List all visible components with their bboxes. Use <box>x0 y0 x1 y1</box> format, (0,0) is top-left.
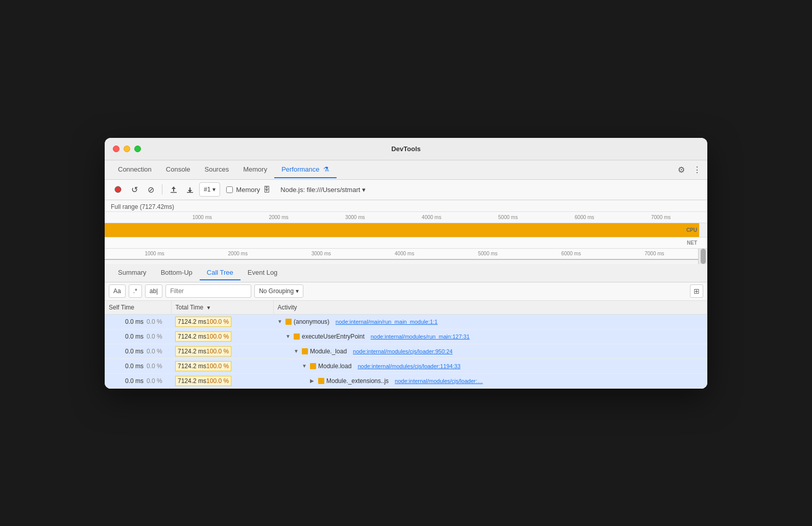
devtools-window: DevTools Connection Console Sources Memo… <box>105 138 707 389</box>
window-title: DevTools <box>391 145 421 153</box>
col-header-total-time[interactable]: Total Time ▼ <box>171 301 273 315</box>
scrollbar-track <box>698 249 707 264</box>
tab-connection[interactable]: Connection <box>111 161 159 178</box>
settings-icon[interactable]: ⚙ <box>678 165 685 175</box>
activity-cell: ▼ executeUserEntryPoint node:internal/mo… <box>273 329 707 344</box>
maximize-button[interactable] <box>134 146 141 152</box>
activity-name: Module._extensions..js <box>326 377 389 385</box>
activity-source[interactable]: node:internal/modules/cjs/loader:950:24 <box>353 348 452 354</box>
data-table-container: Self Time Total Time ▼ Activity 0.0 ms 0… <box>105 301 707 389</box>
bottom-tabs-bar: Summary Bottom-Up Call Tree Event Log <box>105 264 707 282</box>
activity-source[interactable]: node:internal/modules/cjs/loader:… <box>395 378 483 384</box>
net-container: NET <box>105 237 707 249</box>
activity-icon <box>302 348 308 354</box>
main-tabs-bar: Connection Console Sources Memory Perfor… <box>105 160 707 180</box>
tab-memory[interactable]: Memory <box>236 161 274 178</box>
traffic-lights <box>113 146 141 152</box>
table-header-row: Self Time Total Time ▼ Activity <box>105 301 707 315</box>
memory-checkbox[interactable] <box>226 186 233 193</box>
activity-name: (anonymous) <box>294 318 329 325</box>
table-row[interactable]: 0.0 ms 0.0 %7124.2 ms100.0 % ▼ (anonymou… <box>105 314 707 329</box>
ruler-tick-4000: 4000 ms <box>393 214 470 220</box>
expand-arrow[interactable]: ▼ <box>294 348 300 354</box>
profile-dropdown-icon: ▾ <box>212 186 216 193</box>
bottom-tick-4000: 4000 ms <box>363 251 446 256</box>
scrollbar-thumb[interactable] <box>701 249 706 264</box>
ruler-tick-1000: 1000 ms <box>164 214 241 220</box>
activity-source[interactable]: node:internal/main/run_main_module:1:1 <box>336 319 438 325</box>
grouping-dropdown-icon: ▾ <box>296 288 299 295</box>
regex-button[interactable]: .* <box>129 284 142 298</box>
svg-point-0 <box>115 186 121 193</box>
titlebar: DevTools <box>105 138 707 160</box>
cpu-bar-container: CPU <box>105 223 707 237</box>
total-time-cell: 7124.2 ms100.0 % <box>171 344 273 358</box>
bottom-tick-3000: 3000 ms <box>279 251 363 256</box>
col-header-activity[interactable]: Activity <box>273 301 707 315</box>
more-options-icon[interactable]: ⋮ <box>693 165 701 175</box>
activity-name: Module.load <box>318 363 351 370</box>
close-button[interactable] <box>113 146 120 152</box>
activity-cell: ▼ (anonymous) node:internal/main/run_mai… <box>273 314 707 329</box>
flask-icon: ⚗ <box>323 165 329 173</box>
minimize-button[interactable] <box>124 146 130 152</box>
self-time-cell: 0.0 ms 0.0 % <box>105 329 171 344</box>
activity-name: Module._load <box>310 348 347 355</box>
table-row[interactable]: 0.0 ms 0.0 %7124.2 ms100.0 % ▼ executeUs… <box>105 329 707 344</box>
expand-arrow[interactable]: ▼ <box>277 319 283 324</box>
timeline-range-label: Full range (7127.42ms) <box>105 200 707 212</box>
table-row[interactable]: 0.0 ms 0.0 %7124.2 ms100.0 % ▼ Module.lo… <box>105 358 707 373</box>
bottom-ruler-ticks: 1000 ms 2000 ms 3000 ms 4000 ms 5000 ms … <box>113 251 696 256</box>
activity-cell: ▶ Module._extensions..js node:internal/m… <box>273 373 707 388</box>
activity-source[interactable]: node:internal/modules/run_main:127:31 <box>371 333 470 340</box>
activity-cell: ▼ Module._load node:internal/modules/cjs… <box>273 344 707 358</box>
toolbar: ↺ ⊘ #1 ▾ Memory 🗄 Node.js: file:///Users… <box>105 180 707 200</box>
filter-bar: Aa .* ab| No Grouping ▾ ⊞ <box>105 282 707 301</box>
self-time-cell: 0.0 ms 0.0 % <box>105 344 171 358</box>
ruler-tick-2000: 2000 ms <box>241 214 317 220</box>
tab-call-tree[interactable]: Call Tree <box>200 266 241 280</box>
reload-button[interactable]: ↺ <box>127 182 141 197</box>
bottom-tick-6000: 6000 ms <box>530 251 613 256</box>
total-time-cell: 7124.2 ms100.0 % <box>171 314 273 329</box>
tab-summary[interactable]: Summary <box>111 266 154 280</box>
tab-performance[interactable]: Performance ⚗ <box>274 161 337 178</box>
filter-input[interactable] <box>165 284 251 298</box>
download-button[interactable] <box>183 182 197 197</box>
bottom-tick-2000: 2000 ms <box>196 251 279 256</box>
timeline-bottom-ruler: 1000 ms 2000 ms 3000 ms 4000 ms 5000 ms … <box>105 249 698 260</box>
bottom-tick-1000: 1000 ms <box>113 251 196 256</box>
expand-arrow[interactable]: ▼ <box>285 333 292 339</box>
tab-console[interactable]: Console <box>159 161 198 178</box>
col-header-self-time[interactable]: Self Time <box>105 301 171 315</box>
tab-event-log[interactable]: Event Log <box>241 266 285 280</box>
activity-cell: ▼ Module.load node:internal/modules/cjs/… <box>273 358 707 373</box>
activity-source[interactable]: node:internal/modules/cjs/loader:1194:33 <box>357 363 460 369</box>
memory-icon: 🗄 <box>263 185 270 194</box>
ruler-tick-5000: 5000 ms <box>470 214 546 220</box>
whole-word-button[interactable]: ab| <box>145 284 162 298</box>
panel-toggle-button[interactable]: ⊞ <box>690 284 703 298</box>
self-time-cell: 0.0 ms 0.0 % <box>105 314 171 329</box>
timeline-top-ruler: 1000 ms 2000 ms 3000 ms 4000 ms 5000 ms … <box>105 212 707 223</box>
expand-arrow[interactable]: ▼ <box>302 363 308 369</box>
case-sensitive-button[interactable]: Aa <box>109 284 126 298</box>
net-label: NET <box>687 240 697 246</box>
activity-icon <box>310 363 316 369</box>
tab-sources[interactable]: Sources <box>197 161 236 178</box>
ruler-tick-7000: 7000 ms <box>623 214 699 220</box>
table-row[interactable]: 0.0 ms 0.0 %7124.2 ms100.0 % ▶ Module._e… <box>105 373 707 388</box>
expand-arrow[interactable]: ▶ <box>310 378 316 384</box>
activity-icon <box>318 378 324 384</box>
tab-bottom-up[interactable]: Bottom-Up <box>154 266 200 280</box>
table-row[interactable]: 0.0 ms 0.0 %7124.2 ms100.0 % ▼ Module._l… <box>105 344 707 358</box>
toolbar-divider-1 <box>162 184 162 195</box>
grouping-select[interactable]: No Grouping ▾ <box>254 284 303 298</box>
upload-button[interactable] <box>166 182 181 197</box>
profile-selector[interactable]: #1 ▾ <box>199 182 220 197</box>
timeline-bottom-row: 1000 ms 2000 ms 3000 ms 4000 ms 5000 ms … <box>105 249 707 264</box>
svg-rect-1 <box>171 192 177 193</box>
clear-button[interactable]: ⊘ <box>144 182 158 197</box>
record-button[interactable] <box>111 182 125 197</box>
node-selector[interactable]: Node.js: file:///Users/stmart ▾ <box>276 184 370 195</box>
